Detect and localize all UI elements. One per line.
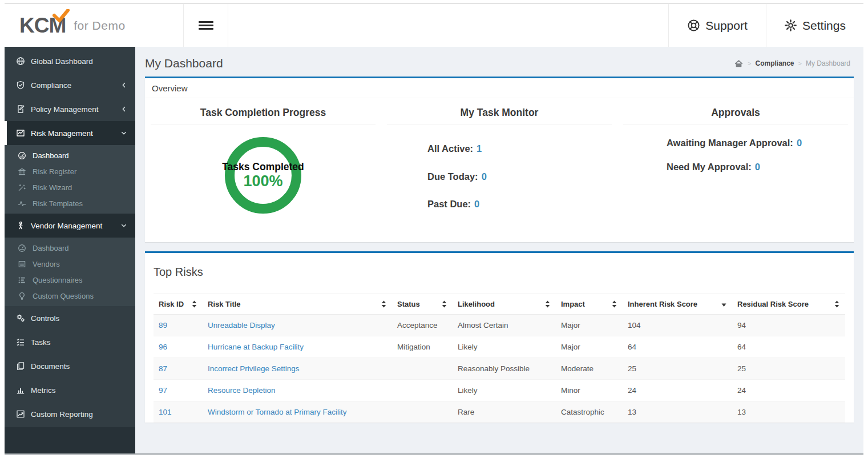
column-header-risk_title[interactable]: Risk Title bbox=[203, 294, 392, 314]
sidebar-item-custom-reporting[interactable]: Custom Reporting bbox=[5, 402, 135, 426]
cell-risk_id: 87 bbox=[154, 357, 203, 379]
cell-residual_score: 25 bbox=[732, 357, 845, 379]
sort-both-icon bbox=[834, 300, 840, 308]
risk-id-link[interactable]: 97 bbox=[159, 386, 167, 395]
chevron-left-icon bbox=[120, 82, 127, 89]
cell-inherent_score: 64 bbox=[623, 336, 732, 357]
stat-need-my-approval: Need My Approval:0 bbox=[667, 160, 805, 175]
content-area: My Dashboard > Compliance > My Dashboard… bbox=[135, 47, 863, 453]
stat-past-due: Past Due:0 bbox=[427, 197, 571, 212]
sidebar-item-policy-management[interactable]: Policy Management bbox=[5, 97, 135, 121]
cell-status: Mitigation bbox=[392, 336, 453, 357]
list-box-icon bbox=[18, 260, 27, 268]
support-label: Support bbox=[705, 19, 748, 33]
page-title: My Dashboard bbox=[145, 57, 223, 70]
support-button[interactable]: Support bbox=[669, 4, 766, 47]
sort-both-icon bbox=[544, 300, 551, 308]
sidebar-item-label: Vendors bbox=[33, 260, 60, 268]
cell-risk_title: Windstorm or Tornado at Primary Facility bbox=[203, 401, 392, 423]
sidebar-item-questionnaires[interactable]: Questionnaires bbox=[5, 272, 135, 288]
sidebar-item-label: Dashboard bbox=[33, 151, 69, 160]
column-header-inherent_score[interactable]: Inherent Risk Score bbox=[623, 294, 732, 314]
column-label: Status bbox=[397, 300, 420, 308]
table-row: 101Windstorm or Tornado at Primary Facil… bbox=[154, 401, 845, 423]
table-row: 89Unreadable DisplayAcceptanceAlmost Cer… bbox=[154, 314, 845, 336]
stat-value-link[interactable]: 0 bbox=[482, 171, 487, 182]
sidebar-item-metrics[interactable]: Metrics bbox=[5, 378, 135, 402]
settings-button[interactable]: Settings bbox=[766, 4, 863, 47]
sidebar-item-documents[interactable]: Documents bbox=[5, 354, 135, 378]
kcm-logo[interactable]: KCM for Demo bbox=[5, 4, 184, 47]
sort-both-icon bbox=[441, 300, 447, 308]
cell-impact: Catastrophic bbox=[556, 401, 623, 423]
risk-title-link[interactable]: Hurricane at Backup Facility bbox=[208, 343, 304, 351]
risk-id-link[interactable]: 101 bbox=[159, 408, 172, 416]
chevron-left-icon bbox=[120, 106, 127, 113]
column-header-status[interactable]: Status bbox=[392, 294, 453, 314]
stat-due-today: Due Today:0 bbox=[427, 170, 571, 184]
sort-both-icon bbox=[191, 300, 197, 308]
top-bar: KCM for Demo Support Settings bbox=[5, 4, 863, 47]
stat-value-link[interactable]: 1 bbox=[477, 143, 482, 154]
sidebar-item-risk-templates[interactable]: Risk Templates bbox=[5, 195, 135, 211]
cell-risk_id: 101 bbox=[154, 401, 203, 423]
sidebar-item-global-dashboard[interactable]: Global Dashboard bbox=[5, 49, 135, 73]
sidebar-item-label: Controls bbox=[31, 314, 59, 323]
chevron-down-icon bbox=[120, 222, 127, 229]
topbar-spacer bbox=[228, 4, 669, 47]
risk-id-link[interactable]: 89 bbox=[159, 321, 167, 330]
risk-title-link[interactable]: Unreadable Display bbox=[208, 321, 275, 330]
sidebar-item-risk-register[interactable]: Risk Register bbox=[5, 163, 135, 179]
cell-impact: Minor bbox=[556, 379, 623, 401]
menu-toggle-button[interactable] bbox=[184, 4, 228, 47]
sidebar-item-tasks[interactable]: Tasks bbox=[5, 330, 135, 354]
home-icon[interactable] bbox=[734, 59, 744, 68]
stat-label: Due Today: bbox=[427, 171, 478, 182]
brand-suffix: for Demo bbox=[74, 19, 125, 33]
task-monitor-title: My Task Monitor bbox=[387, 101, 612, 124]
column-header-likelihood[interactable]: Likelihood bbox=[453, 294, 556, 314]
cell-residual_score: 13 bbox=[732, 401, 845, 423]
risk-title-link[interactable]: Windstorm or Tornado at Primary Facility bbox=[208, 408, 347, 416]
stat-value-link[interactable]: 0 bbox=[474, 199, 479, 209]
table-row: 97Resource DepletionLikelyMinor2424 bbox=[154, 379, 845, 401]
breadcrumb-separator: > bbox=[748, 60, 751, 67]
sidebar-item-vendor-management[interactable]: Vendor Management bbox=[5, 214, 135, 238]
sidebar-item-dashboard[interactable]: Dashboard bbox=[5, 240, 135, 256]
sidebar-item-controls[interactable]: Controls bbox=[5, 306, 135, 330]
sidebar-item-label: Risk Management bbox=[31, 129, 93, 138]
cell-likelihood: Likely bbox=[453, 379, 556, 401]
sidebar-item-compliance[interactable]: Compliance bbox=[5, 73, 135, 97]
cell-risk_id: 89 bbox=[154, 314, 203, 336]
sidebar-item-risk-wizard[interactable]: Risk Wizard bbox=[5, 179, 135, 195]
line-chart-icon bbox=[16, 409, 26, 419]
cell-residual_score: 64 bbox=[732, 336, 845, 357]
breadcrumb-link-compliance[interactable]: Compliance bbox=[756, 59, 794, 67]
donut-value: 100% bbox=[200, 173, 326, 190]
stat-value-link[interactable]: 0 bbox=[755, 162, 760, 172]
column-header-residual_score[interactable]: Residual Risk Score bbox=[732, 294, 845, 314]
column-label: Risk Title bbox=[208, 300, 241, 308]
cell-risk_title: Resource Depletion bbox=[203, 379, 392, 401]
progress-donut-text: Tasks Completed 100% bbox=[200, 161, 326, 190]
stat-value-link[interactable]: 0 bbox=[797, 138, 802, 148]
risk-title-link[interactable]: Resource Depletion bbox=[208, 386, 276, 395]
brand-check-icon bbox=[53, 9, 70, 23]
sidebar-item-risk-management[interactable]: Risk Management bbox=[5, 121, 135, 145]
sidebar-item-dashboard[interactable]: Dashboard bbox=[5, 147, 135, 163]
sidebar-item-custom-questions[interactable]: Custom Questions bbox=[5, 288, 135, 304]
task-monitor-section: My Task Monitor All Active:1Due Today:0P… bbox=[381, 101, 617, 225]
policy-doc-icon bbox=[16, 105, 26, 114]
sidebar-item-label: Risk Wizard bbox=[33, 183, 72, 192]
sidebar-item-vendors[interactable]: Vendors bbox=[5, 256, 135, 272]
risk-id-link[interactable]: 96 bbox=[159, 343, 167, 351]
brand-text: KCM bbox=[19, 15, 66, 36]
column-header-impact[interactable]: Impact bbox=[556, 294, 623, 314]
overview-panel-title: Overview bbox=[145, 78, 854, 98]
top-risks-title: Top Risks bbox=[145, 253, 854, 294]
column-header-risk_id[interactable]: Risk ID bbox=[154, 294, 203, 314]
sidebar-item-label: Vendor Management bbox=[31, 222, 102, 230]
risk-title-link[interactable]: Incorrect Privilege Settings bbox=[208, 364, 300, 373]
task-monitor-stats: All Active:1Due Today:0Past Due:0 bbox=[427, 142, 571, 212]
risk-id-link[interactable]: 87 bbox=[159, 364, 167, 373]
